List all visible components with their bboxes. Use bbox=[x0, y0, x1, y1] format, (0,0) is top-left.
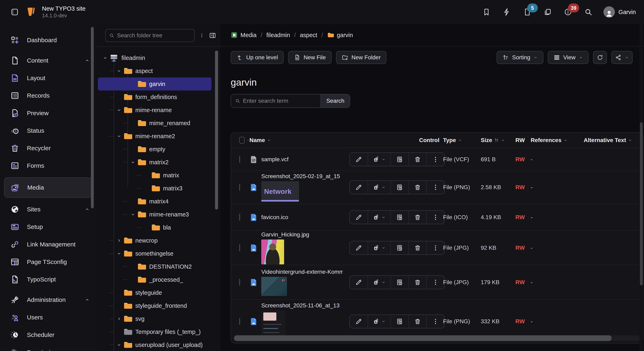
up-one-level-button[interactable]: Up one level bbox=[231, 51, 284, 64]
row-checkbox[interactable] bbox=[239, 244, 240, 251]
tree-node-styleguide-frontend[interactable]: styleguide_frontend bbox=[96, 299, 212, 312]
sidebar-item-typoscript[interactable]: TypoScript bbox=[0, 271, 96, 288]
sidebar-item-preview[interactable]: Preview bbox=[0, 104, 96, 122]
file-info-button[interactable] bbox=[390, 241, 408, 254]
content-scrollbar-thumb[interactable] bbox=[640, 122, 643, 285]
table-row[interactable]: Videohintergrund-externe-Komm File (JPG)… bbox=[231, 265, 644, 300]
tree-node-matrix4[interactable]: matrix4 bbox=[96, 195, 212, 208]
chevron-down-icon[interactable] bbox=[103, 56, 108, 60]
tree-node-mime-renamed[interactable]: mime_renamed bbox=[96, 116, 212, 130]
chevron-down-icon[interactable] bbox=[116, 108, 122, 112]
file-thumbnail[interactable]: Network bbox=[261, 181, 299, 202]
edit-metadata-button[interactable] bbox=[350, 181, 368, 194]
new-file-button[interactable]: New File bbox=[288, 51, 332, 64]
sorting-dropdown[interactable]: Sorting bbox=[497, 51, 543, 64]
chevron-down-icon[interactable] bbox=[130, 160, 135, 165]
chevron-down-icon[interactable] bbox=[116, 342, 122, 347]
tree-node-destination2[interactable]: DESTINATION2 bbox=[96, 260, 212, 273]
tree-node-processed[interactable]: _processed_ bbox=[96, 273, 212, 286]
tree-node-mime-rename3[interactable]: mime-rename3 bbox=[96, 208, 212, 221]
user-menu[interactable]: Garvin bbox=[604, 6, 636, 18]
more-options-button[interactable] bbox=[426, 241, 444, 254]
rename-dropdown-button[interactable] bbox=[368, 315, 390, 328]
row-checkbox[interactable] bbox=[239, 156, 240, 163]
file-name[interactable]: Screenshot_2025-02-19_at_15 bbox=[261, 173, 340, 180]
rename-dropdown-button[interactable] bbox=[368, 241, 390, 254]
sidebar-item-forms[interactable]: Forms bbox=[0, 157, 96, 174]
delete-button[interactable] bbox=[408, 153, 426, 166]
chevron-down-icon[interactable] bbox=[130, 212, 135, 217]
breadcrumb-module[interactable]: Media bbox=[231, 32, 256, 38]
tree-scrollbar[interactable] bbox=[215, 50, 218, 210]
more-options-button[interactable] bbox=[426, 315, 444, 328]
column-header-references[interactable]: References bbox=[531, 137, 562, 144]
opendocs-button[interactable]: 5 bbox=[522, 7, 532, 17]
tree-node-form-definitions[interactable]: form_definitions bbox=[96, 90, 212, 104]
chevron-down-icon[interactable] bbox=[564, 138, 568, 142]
search-button[interactable] bbox=[583, 7, 594, 17]
sidebar-group-administration[interactable]: Administration bbox=[0, 291, 96, 308]
reload-button[interactable] bbox=[593, 51, 607, 64]
edit-metadata-button[interactable] bbox=[350, 276, 368, 289]
tree-node-matrix3[interactable]: matrix3 bbox=[96, 182, 212, 195]
tree-node-mime-rename2[interactable]: mime-rename2 bbox=[96, 130, 212, 143]
chevron-down-icon[interactable] bbox=[246, 138, 250, 142]
more-options-button[interactable] bbox=[426, 153, 444, 166]
chevron-right-icon[interactable] bbox=[116, 238, 122, 243]
sidebar-item-users[interactable]: Users bbox=[0, 308, 96, 326]
tree-node-somethingelse[interactable]: somethingelse bbox=[96, 247, 212, 260]
view-dropdown[interactable]: View bbox=[548, 51, 588, 64]
modulemenu-toggle-button[interactable] bbox=[8, 6, 21, 18]
tree-node-svg[interactable]: svg bbox=[96, 312, 212, 325]
table-row[interactable]: sample.vcf File (VCF) 691 B RW - bbox=[231, 148, 644, 171]
sidebar-group-content[interactable]: Content bbox=[0, 52, 96, 69]
chevron-down-icon[interactable] bbox=[458, 138, 462, 142]
delete-button[interactable] bbox=[408, 276, 426, 289]
horizontal-scrollbar-thumb[interactable] bbox=[234, 335, 612, 341]
sidebar-item-layout[interactable]: Layout bbox=[0, 69, 96, 87]
sidebar-item-dashboard[interactable]: Dashboard bbox=[0, 32, 96, 49]
sidebar-item-link-management[interactable]: Link Management bbox=[0, 236, 96, 253]
workspace-button[interactable] bbox=[542, 7, 553, 17]
rename-dropdown-button[interactable] bbox=[368, 276, 390, 289]
tree-node-styleguide[interactable]: styleguide bbox=[96, 286, 212, 299]
chevron-down-icon[interactable] bbox=[116, 251, 122, 256]
row-checkbox[interactable] bbox=[239, 279, 240, 286]
row-checkbox[interactable] bbox=[239, 318, 240, 325]
tree-search-input[interactable] bbox=[117, 32, 190, 39]
file-info-button[interactable] bbox=[390, 315, 408, 328]
file-info-button[interactable] bbox=[390, 276, 408, 289]
file-info-button[interactable] bbox=[390, 211, 408, 224]
tree-node-bla[interactable]: bla bbox=[96, 221, 212, 234]
tree-node-mime-rename[interactable]: mime-rename bbox=[96, 104, 212, 116]
filelist-search-button[interactable]: Search bbox=[320, 94, 350, 108]
file-info-button[interactable] bbox=[390, 153, 408, 166]
chevron-down-icon[interactable] bbox=[116, 134, 122, 138]
rename-dropdown-button[interactable] bbox=[368, 153, 390, 166]
edit-metadata-button[interactable] bbox=[350, 315, 368, 328]
tree-node-userupload[interactable]: userupload (user_upload) bbox=[96, 338, 212, 351]
file-thumbnail[interactable] bbox=[261, 277, 287, 296]
chevron-right-icon[interactable] bbox=[116, 316, 122, 321]
more-options-button[interactable] bbox=[426, 211, 444, 224]
table-row[interactable]: Screenshot_2025-02-19_at_15 Network File… bbox=[231, 171, 644, 204]
column-header-type[interactable]: Type bbox=[443, 137, 456, 144]
file-name[interactable]: Videohintergrund-externe-Komm bbox=[261, 269, 343, 275]
row-checkbox[interactable] bbox=[239, 184, 240, 191]
tree-node-matrix[interactable]: matrix bbox=[96, 169, 212, 182]
tree-node-garvin-selected[interactable]: garvin bbox=[98, 78, 212, 90]
share-dropdown[interactable] bbox=[612, 51, 632, 64]
tree-node-temp[interactable]: Temporary files (_temp_) bbox=[96, 325, 212, 338]
delete-button[interactable] bbox=[408, 315, 426, 328]
delete-button[interactable] bbox=[408, 211, 426, 224]
row-checkbox[interactable] bbox=[239, 214, 240, 221]
column-header-size[interactable]: Size bbox=[481, 137, 492, 144]
systeminfo-button[interactable]: 39 bbox=[563, 7, 573, 17]
tree-node-empty[interactable]: empty bbox=[96, 143, 212, 156]
sidebar-item-status[interactable]: Status bbox=[0, 122, 96, 140]
filelist-search-input[interactable] bbox=[243, 98, 316, 104]
bookmarks-button[interactable] bbox=[481, 7, 492, 17]
edit-metadata-button[interactable] bbox=[350, 153, 368, 166]
breadcrumb-aspect[interactable]: aspect bbox=[300, 32, 317, 38]
sidebar-item-page-tsconfig[interactable]: Page TSconfig bbox=[0, 253, 96, 271]
